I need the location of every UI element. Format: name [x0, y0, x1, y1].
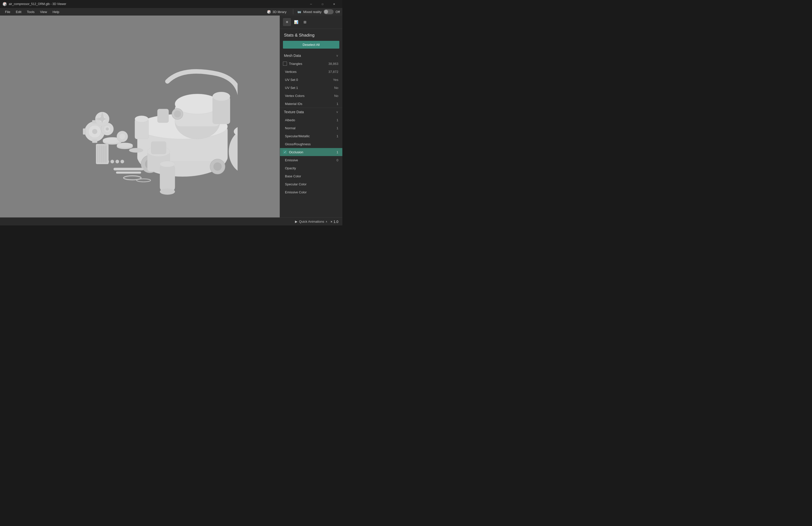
main: ☀ 📊 ⊞ Stats & Shading Deselect All Mesh …	[0, 16, 342, 217]
gloss-roughness-row[interactable]: Gloss/Roughness	[280, 140, 342, 148]
triangles-value: 38,863	[328, 62, 338, 66]
svg-point-35	[111, 160, 114, 163]
panel-content: Stats & Shading Deselect All Mesh Data ∨…	[280, 29, 342, 217]
panel-toolbar: ☀ 📊 ⊞	[280, 16, 342, 29]
uvset0-row: UV Set 0 Yes	[280, 76, 342, 84]
occlusion-value: 1	[328, 150, 338, 154]
mesh-data-label: Mesh Data	[284, 54, 301, 58]
mixed-reality-area: 🥽 Mixed reality Off	[297, 9, 340, 14]
base-color-row[interactable]: Base Color	[280, 172, 342, 180]
vertices-value: 37,872	[328, 70, 338, 74]
triangles-row[interactable]: Triangles 38,863	[280, 60, 342, 67]
normal-row[interactable]: Normal 1	[280, 124, 342, 132]
svg-point-13	[174, 110, 181, 118]
uvset0-value: Yes	[328, 78, 338, 82]
menu-tools[interactable]: Tools	[24, 9, 37, 15]
svg-rect-52	[105, 145, 106, 163]
vertex-colors-label: Vertex Colors	[285, 94, 328, 98]
svg-point-31	[106, 127, 109, 131]
titlebar-left: 🎲 air_compressor_512_ORM.glb - 3D Viewer	[2, 2, 66, 6]
emissive-value: 0	[328, 158, 338, 162]
svg-point-41	[136, 179, 150, 182]
material-ids-value: 1	[328, 102, 338, 106]
specular-metallic-row[interactable]: Specular/Metallic 1	[280, 132, 342, 140]
model-display	[0, 16, 280, 217]
gloss-roughness-label: Gloss/Roughness	[285, 142, 328, 146]
svg-rect-50	[101, 145, 102, 163]
material-ids-label: Material IDs	[285, 102, 328, 106]
panel-title: Stats & Shading	[280, 29, 342, 41]
zoom-level: × 1.0	[330, 220, 338, 224]
vertex-colors-row: Vertex Colors No	[280, 92, 342, 100]
library-button[interactable]: 🎲 3D library	[264, 9, 289, 15]
vertex-colors-value: No	[328, 94, 338, 98]
right-panel: ☀ 📊 ⊞ Stats & Shading Deselect All Mesh …	[280, 16, 342, 217]
svg-rect-48	[97, 145, 99, 163]
uvset1-value: No	[328, 86, 338, 90]
bottombar: ▶ Quick Animations ∧ × 1.0	[0, 217, 342, 225]
svg-rect-53	[160, 164, 175, 192]
opacity-label: Opacity	[285, 166, 328, 170]
svg-point-54	[160, 161, 175, 167]
triangles-label: Triangles	[289, 62, 326, 66]
svg-rect-22	[83, 129, 86, 135]
panel-tool-stats[interactable]: 📊	[292, 18, 300, 26]
menu-file[interactable]: File	[2, 9, 13, 15]
mixed-reality-icon: 🥽	[297, 10, 301, 14]
svg-rect-38	[114, 168, 144, 170]
svg-point-37	[120, 160, 124, 163]
occlusion-checkbox[interactable]	[283, 150, 287, 154]
toggle-knob	[324, 10, 328, 14]
emissive-label: Emissive	[285, 158, 328, 162]
specular-metallic-label: Specular/Metallic	[285, 134, 328, 138]
svg-point-55	[160, 189, 175, 195]
svg-rect-14	[157, 109, 169, 123]
svg-point-36	[116, 160, 119, 163]
material-ids-row: Material IDs 1	[280, 100, 342, 108]
opacity-row[interactable]: Opacity	[280, 164, 342, 172]
normal-label: Normal	[285, 126, 328, 130]
uvset0-label: UV Set 0	[285, 78, 328, 82]
svg-point-7	[213, 92, 230, 101]
mesh-data-section-header[interactable]: Mesh Data ∨	[280, 51, 342, 60]
panel-tool-sun[interactable]: ☀	[283, 18, 291, 26]
svg-point-28	[129, 148, 143, 152]
menu-view[interactable]: View	[38, 9, 49, 15]
albedo-row[interactable]: Albedo 1	[280, 116, 342, 124]
chevron-up-icon: ∧	[325, 220, 327, 223]
svg-point-46	[135, 116, 148, 122]
normal-value: 1	[328, 126, 338, 130]
titlebar: 🎲 air_compressor_512_ORM.glb - 3D Viewer…	[0, 0, 342, 8]
svg-point-58	[229, 129, 237, 174]
model-svg	[42, 31, 237, 201]
specular-color-row[interactable]: Specular Color	[280, 180, 342, 188]
vertices-row: Vertices 37,872	[280, 67, 342, 76]
base-color-label: Base Color	[285, 174, 328, 178]
menubar-left: File Edit Tools View Help	[2, 9, 62, 15]
menu-help[interactable]: Help	[50, 9, 62, 15]
viewport[interactable]	[0, 16, 280, 217]
titlebar-title: air_compressor_512_ORM.glb - 3D Viewer	[9, 2, 66, 6]
emissive-row[interactable]: Emissive 0	[280, 156, 342, 164]
occlusion-row[interactable]: Occlusion 1	[280, 148, 342, 156]
maximize-button[interactable]: □	[317, 0, 328, 8]
svg-point-11	[213, 162, 222, 171]
svg-rect-49	[99, 145, 101, 163]
animations-label: Quick Animations	[299, 220, 324, 223]
svg-point-33	[119, 134, 125, 139]
mixed-reality-toggle[interactable]	[323, 9, 334, 14]
titlebar-controls: ─ □ ✕	[305, 0, 340, 8]
minimize-button[interactable]: ─	[305, 0, 317, 8]
emissive-color-label: Emissive Color	[285, 190, 328, 194]
menu-edit[interactable]: Edit	[13, 9, 24, 15]
vertices-label: Vertices	[285, 70, 328, 74]
emissive-color-row[interactable]: Emissive Color	[280, 188, 342, 196]
occlusion-label: Occlusion	[289, 150, 326, 154]
quick-animations-button[interactable]: ▶ Quick Animations ∧	[295, 220, 327, 223]
deselect-all-button[interactable]: Deselect All	[283, 41, 339, 49]
albedo-label: Albedo	[285, 118, 328, 122]
panel-tool-grid[interactable]: ⊞	[301, 18, 309, 26]
texture-data-section-header[interactable]: Texture Data ∨	[280, 108, 342, 116]
close-button[interactable]: ✕	[328, 0, 340, 8]
triangles-checkbox[interactable]	[283, 62, 287, 66]
